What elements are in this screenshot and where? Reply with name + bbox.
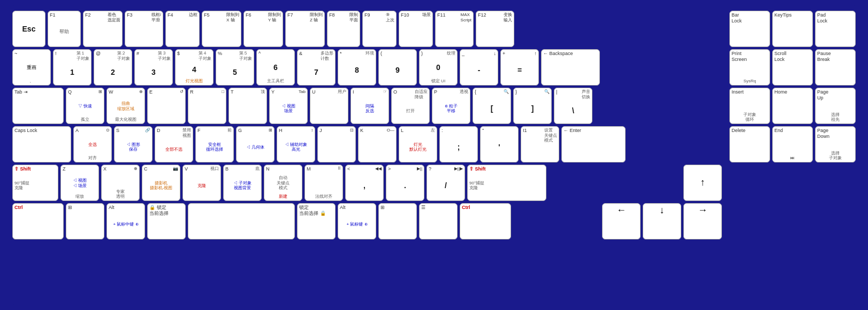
- key-f5[interactable]: F5限制到X 轴: [202, 11, 241, 47]
- key-f2[interactable]: F2着色选定面: [83, 11, 123, 47]
- key-0[interactable]: )纹理 0 锁定 UI: [419, 49, 458, 86]
- key-home[interactable]: Home: [772, 88, 813, 124]
- delete-row: Delete End ⏭ PageDown 选择子对象: [729, 126, 856, 162]
- key-f10[interactable]: F10场景: [399, 11, 433, 47]
- key-pause-break[interactable]: PauseBreak: [815, 49, 856, 86]
- key-down-arrow[interactable]: ↓: [643, 203, 681, 239]
- key-2[interactable]: @第２子对象 2: [94, 49, 132, 86]
- side-cluster: BarLock KeyTips PadLock: [729, 11, 856, 239]
- key-l[interactable]: L左 灯光默认灯光: [399, 126, 437, 162]
- key-x[interactable]: X⊕ 专家透明: [101, 165, 140, 201]
- key-r[interactable]: R□: [188, 88, 226, 124]
- key-lbracket[interactable]: {🔍 [: [473, 88, 511, 124]
- key-period[interactable]: >▶|| .: [386, 165, 424, 201]
- key-f11[interactable]: F11MAXScript: [435, 11, 474, 47]
- key-page-up[interactable]: PageUp 选择祖先: [815, 88, 856, 124]
- main-section: Esc F1 帮助 F2着色选定面: [12, 11, 722, 239]
- key-tilde[interactable]: ~ 重画 、: [12, 49, 51, 86]
- bottom-row: Ctrl ⊞ Alt + 鼠标中键 ⊕: [12, 203, 722, 239]
- key-9[interactable]: ( 9: [378, 49, 417, 86]
- key-t[interactable]: T顶: [229, 88, 267, 124]
- key-a[interactable]: A⊙ 全选 对齐: [73, 126, 112, 162]
- key-comma[interactable]: <◀◀ ,: [345, 165, 384, 201]
- key-equals[interactable]: +↑ =: [500, 49, 539, 86]
- key-6[interactable]: ^ 6 主工具栏: [256, 49, 295, 86]
- key-up-arrow[interactable]: ↑: [683, 165, 722, 201]
- key-3[interactable]: #第３子对象 3: [134, 49, 173, 86]
- key-w[interactable]: W⊕ 扭曲缩放区域 最大化视图: [106, 88, 145, 124]
- key-h[interactable]: H↕ ◁ 辅助对象高光: [277, 126, 315, 162]
- key-g[interactable]: G⊞ ◁ 几何体: [236, 126, 275, 162]
- key-z[interactable]: Z ◁ 视图◁ 场景 缩放: [60, 165, 99, 201]
- key-win-right[interactable]: ⊞: [378, 203, 417, 239]
- key-5[interactable]: %第５子对象 5: [216, 49, 254, 86]
- key-space[interactable]: [188, 203, 295, 239]
- key-backspace[interactable]: ← Backspace: [541, 49, 600, 86]
- key-n[interactable]: N 自动关键点模式 新建: [264, 165, 302, 201]
- key-lock-select[interactable]: 🔒 锁定当前选择: [147, 203, 186, 239]
- key-k[interactable]: KO—: [358, 126, 397, 162]
- key-enter[interactable]: ← Enter: [561, 126, 626, 162]
- number-row: ~ 重画 、 !第１子对象 1 @第２子对象 2: [12, 49, 722, 86]
- key-b[interactable]: B底 ◁ 子对象视图背景: [223, 165, 262, 201]
- key-esc[interactable]: Esc: [12, 11, 45, 47]
- key-s[interactable]: S🔗 ◁ 图形保存: [114, 126, 153, 162]
- key-f4[interactable]: F4边框: [165, 11, 200, 47]
- key-tab[interactable]: Tab ⇥: [12, 88, 64, 124]
- key-insert[interactable]: Insert 子对象循环: [729, 88, 770, 124]
- key-f3[interactable]: F3线框/平滑: [125, 11, 163, 47]
- key-d[interactable]: D禁用视图 全部不选: [155, 126, 193, 162]
- key-bar-lock[interactable]: BarLock: [729, 11, 770, 47]
- key-e[interactable]: E↺: [147, 88, 186, 124]
- key-end[interactable]: End ⏭: [772, 126, 813, 162]
- key-f8[interactable]: F8限制平面: [327, 11, 360, 47]
- key-semicolon[interactable]: : ;: [439, 126, 478, 162]
- key-backslash[interactable]: |声音切换 \: [554, 88, 592, 124]
- key-u[interactable]: U用户: [310, 88, 348, 124]
- key-alt-left[interactable]: Alt + 鼠标中键 ⊕: [106, 203, 145, 239]
- key-f12[interactable]: F12变换输入: [476, 11, 514, 47]
- key-c[interactable]: C📷 摄影机摄影机-视图: [142, 165, 180, 201]
- key-o[interactable]: O自适应降级 打开: [391, 88, 430, 124]
- key-1[interactable]: !第１子对象 1: [53, 49, 92, 86]
- key-p[interactable]: P透视 ⊕ 粒子平移: [432, 88, 470, 124]
- key-win-left[interactable]: ⊞: [66, 203, 104, 239]
- key-i[interactable]: I☞ 间隔反选: [351, 88, 389, 124]
- key-8[interactable]: *环境 8: [338, 49, 376, 86]
- insert-row: Insert 子对象循环 Home PageUp 选择祖先: [729, 88, 856, 124]
- key-j[interactable]: J⊡: [317, 126, 356, 162]
- key-capslock[interactable]: Caps Lock: [12, 126, 71, 162]
- key-pad-lock[interactable]: PadLock: [815, 11, 856, 47]
- key-f9[interactable]: F9⑨上次: [362, 11, 397, 47]
- key-print-screen[interactable]: PrintScreen SysRq: [729, 49, 770, 86]
- key-f7[interactable]: F7限制到Z 轴: [285, 11, 325, 47]
- key-y[interactable]: YTab ◁ 视图场景: [269, 88, 308, 124]
- key-minus[interactable]: _↓ -: [460, 49, 498, 86]
- key-slash[interactable]: ?▶||▶ /: [427, 165, 465, 201]
- key-quote[interactable]: " ': [480, 126, 519, 162]
- key-4[interactable]: $第４子对象 4 灯光视图: [175, 49, 214, 86]
- key-f1[interactable]: F1 帮助: [48, 11, 81, 47]
- key-7[interactable]: &多边形计数 7: [297, 49, 336, 86]
- key-shift-left[interactable]: ⇧ Shift 90°捕捉克隆: [12, 165, 58, 201]
- key-menu[interactable]: ☰: [419, 203, 458, 239]
- key-f6[interactable]: F6限制到Y 轴: [243, 11, 283, 47]
- key-lock-select-r[interactable]: 锁定当前选择 🔒: [297, 203, 336, 239]
- key-ctrl-left[interactable]: Ctrl: [12, 203, 64, 239]
- key-f[interactable]: F前 安全框循环选择: [195, 126, 234, 162]
- key-scroll-lock[interactable]: ScrollLock: [772, 49, 813, 86]
- key-rbracket[interactable]: }🔍 ]: [513, 88, 552, 124]
- key-alt-right[interactable]: Alt + 鼠标键 ⊕: [338, 203, 376, 239]
- key-keytips[interactable]: KeyTips: [772, 11, 813, 47]
- key-page-down[interactable]: PageDown 选择子对象: [815, 126, 856, 162]
- key-m[interactable]: M⠿ 法线对齐: [304, 165, 343, 201]
- key-shift-right[interactable]: ⇧ Shift 90°捕捉克隆: [467, 165, 546, 201]
- function-row: Esc F1 帮助 F2着色选定面: [12, 11, 722, 47]
- key-left-arrow[interactable]: ←: [602, 203, 641, 239]
- key-q[interactable]: Q⊞ ▽ 快速 孤立: [66, 88, 104, 124]
- key-delete[interactable]: Delete: [729, 126, 770, 162]
- key-v[interactable]: V视口 克隆: [182, 165, 221, 201]
- key-i1[interactable]: I1设置关键点模式: [521, 126, 559, 162]
- key-ctrl-right[interactable]: Ctrl: [460, 203, 511, 239]
- key-right-arrow[interactable]: →: [683, 203, 722, 239]
